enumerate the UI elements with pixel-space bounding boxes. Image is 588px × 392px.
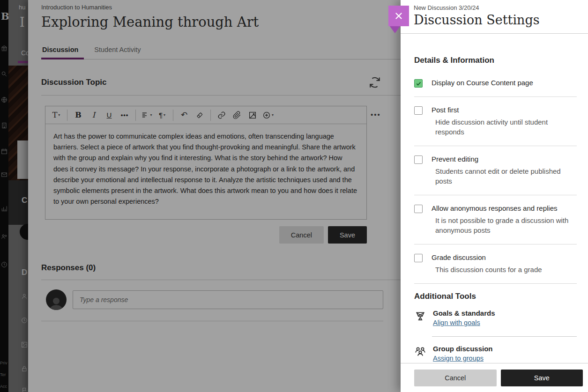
assign-to-groups-link[interactable]: Assign to groups (433, 355, 484, 362)
option-allow-anonymous: Allow anonymous responses and replies It… (414, 195, 577, 244)
modal-scrim[interactable] (0, 0, 401, 392)
option-grade-discussion: Grade discussion This discussion counts … (414, 244, 577, 284)
display-on-course-content-checkbox[interactable] (414, 79, 423, 88)
prevent-editing-checkbox[interactable] (414, 155, 423, 164)
panel-footer: Cancel Save (401, 363, 588, 392)
option-label: Prevent editing (432, 155, 576, 163)
goals-standards-tool: Goals & standards Align with goals (414, 301, 577, 327)
option-post-first: Post first Hide discussion activity unti… (414, 97, 577, 146)
details-information-heading: Details & Information (414, 56, 577, 65)
tool-title: Group discussion (433, 345, 493, 353)
post-first-checkbox[interactable] (414, 106, 423, 115)
trophy-icon (414, 310, 426, 322)
checkmark-icon (416, 81, 422, 87)
panel-body: Details & Information Display on Course … (401, 42, 588, 363)
tool-title: Goals & standards (433, 309, 495, 317)
align-with-goals-link[interactable]: Align with goals (433, 319, 480, 326)
option-label: Post first (432, 106, 576, 114)
option-display-on-course-content: Display on Course Content page (414, 65, 577, 97)
allow-anonymous-checkbox[interactable] (414, 205, 423, 213)
settings-save-button[interactable]: Save (501, 370, 583, 386)
option-description: This discussion counts for a grade (435, 265, 542, 274)
discussion-settings-panel: New Discussion 3/20/24 Discussion Settin… (401, 0, 588, 392)
grade-discussion-checkbox[interactable] (414, 254, 423, 262)
panel-title: Discussion Settings (414, 13, 575, 27)
option-label: Grade discussion (432, 253, 542, 261)
option-description: It is not possible to grade a discussion… (435, 215, 576, 235)
group-icon (414, 346, 426, 358)
option-label: Allow anonymous responses and replies (432, 204, 576, 212)
settings-cancel-button[interactable]: Cancel (414, 370, 497, 386)
option-description: Students cannot edit or delete published… (435, 166, 576, 186)
additional-tools-heading: Additional Tools (414, 292, 577, 301)
option-prevent-editing: Prevent editing Students cannot edit or … (414, 146, 577, 195)
panel-eyebrow: New Discussion 3/20/24 (414, 4, 575, 11)
group-discussion-tool: Group discussion Assign to groups (414, 337, 577, 362)
option-description: Hide discussion activity until student r… (435, 117, 576, 137)
option-label: Display on Course Content page (432, 79, 533, 87)
panel-header: New Discussion 3/20/24 Discussion Settin… (401, 0, 588, 34)
close-icon (394, 11, 404, 21)
close-panel-button[interactable] (388, 6, 409, 26)
